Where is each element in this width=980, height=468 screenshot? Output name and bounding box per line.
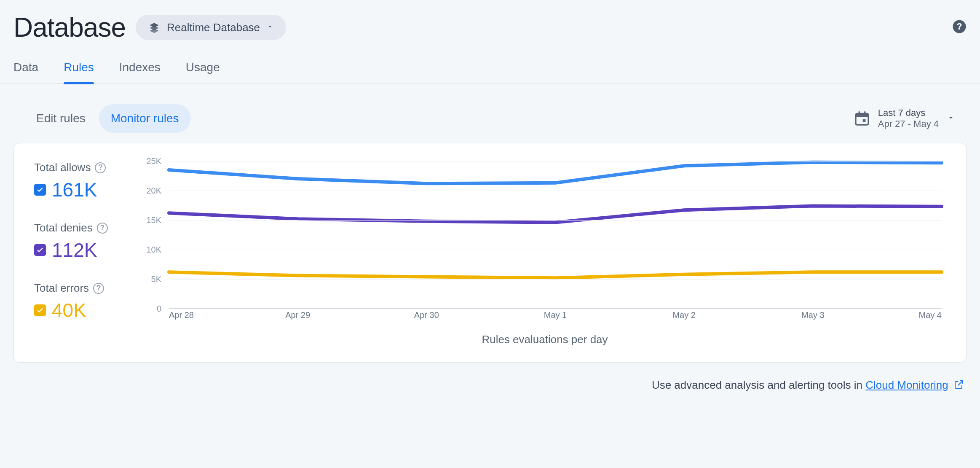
x-axis-line (169, 308, 942, 309)
legend-column: Total allows ? 161K Total denies ? 112K (34, 161, 127, 346)
rules-subtabs: Edit rules Monitor rules (24, 104, 191, 133)
chart-area: 05K10K15K20K25K Apr 28Apr 29Apr 30May 1M… (144, 161, 946, 321)
chart-series-errors (169, 272, 942, 278)
help-icon[interactable]: ? (93, 283, 104, 294)
legend-errors-value: 40K (52, 299, 86, 322)
help-icon[interactable]: ? (952, 19, 967, 35)
legend-allows-value: 161K (52, 178, 97, 201)
legend-allows: Total allows ? 161K (34, 161, 127, 201)
chart-series-allows (169, 162, 942, 183)
y-tick-label: 5K (151, 274, 161, 284)
subtab-monitor-rules[interactable]: Monitor rules (99, 104, 191, 133)
chart-plot (169, 161, 942, 309)
tab-usage[interactable]: Usage (186, 61, 220, 83)
svg-rect-3 (856, 113, 868, 117)
chevron-down-icon (266, 22, 274, 32)
y-tick-label: 15K (146, 215, 161, 225)
chart-column: 05K10K15K20K25K Apr 28Apr 29Apr 30May 1M… (144, 161, 946, 346)
legend-errors: Total errors ? 40K (34, 282, 127, 322)
tab-data[interactable]: Data (13, 61, 38, 83)
svg-text:?: ? (957, 22, 962, 32)
cloud-monitoring-link[interactable]: Cloud Monitoring (865, 379, 948, 391)
tab-indexes[interactable]: Indexes (119, 61, 161, 83)
footer: Use advanced analysis and alerting tools… (0, 363, 980, 393)
date-range-text: Last 7 days Apr 27 - May 4 (878, 108, 939, 129)
legend-denies-value: 112K (52, 239, 97, 261)
x-tick-label: Apr 29 (285, 310, 310, 320)
x-tick-label: May 2 (672, 310, 695, 320)
x-tick-label: Apr 30 (414, 310, 439, 320)
y-tick-label: 20K (146, 186, 161, 196)
page-title: Database (13, 12, 126, 43)
y-tick-label: 25K (146, 156, 161, 166)
chart-title: Rules evaluations per day (144, 333, 946, 346)
external-link-icon (954, 379, 964, 393)
main-tabs: Data Rules Indexes Usage (0, 48, 980, 84)
y-tick-label: 0 (157, 304, 161, 314)
svg-rect-5 (864, 111, 865, 115)
x-tick-label: Apr 28 (169, 310, 194, 320)
date-range-value: Apr 27 - May 4 (878, 118, 939, 129)
rules-subheader: Edit rules Monitor rules Last 7 days Apr… (0, 84, 980, 143)
legend-denies: Total denies ? 112K (34, 221, 127, 261)
legend-errors-checkbox[interactable] (34, 304, 46, 316)
x-tick-label: May 4 (919, 310, 942, 320)
x-tick-label: May 1 (544, 310, 567, 320)
help-icon[interactable]: ? (95, 162, 106, 173)
subtab-edit-rules[interactable]: Edit rules (24, 104, 97, 133)
y-tick-label: 10K (146, 245, 161, 255)
date-range-selector[interactable]: Last 7 days Apr 27 - May 4 (854, 108, 956, 129)
monitor-card: Total allows ? 161K Total denies ? 112K (13, 143, 967, 363)
database-selector-label: Realtime Database (167, 21, 260, 34)
legend-denies-checkbox[interactable] (34, 244, 46, 256)
footer-text: Use advanced analysis and alerting tools… (652, 379, 865, 391)
tab-rules[interactable]: Rules (64, 61, 94, 83)
legend-errors-label: Total errors (34, 282, 89, 295)
date-range-label: Last 7 days (878, 108, 939, 118)
chevron-down-icon (946, 113, 956, 124)
calendar-icon (854, 110, 870, 127)
legend-denies-label: Total denies (34, 221, 93, 234)
line-chart-svg (169, 161, 942, 309)
legend-allows-checkbox[interactable] (34, 184, 46, 196)
svg-rect-4 (858, 111, 860, 115)
page-header: Database Realtime Database ? (0, 0, 980, 48)
svg-rect-6 (862, 119, 865, 122)
x-axis-ticks: Apr 28Apr 29Apr 30May 1May 2May 3May 4 (169, 310, 942, 321)
y-axis-ticks: 05K10K15K20K25K (144, 161, 165, 309)
database-selector[interactable]: Realtime Database (136, 15, 286, 40)
help-icon[interactable]: ? (97, 223, 108, 234)
legend-allows-label: Total allows (34, 161, 91, 174)
realtime-db-icon (147, 21, 161, 34)
x-tick-label: May 3 (801, 310, 824, 320)
